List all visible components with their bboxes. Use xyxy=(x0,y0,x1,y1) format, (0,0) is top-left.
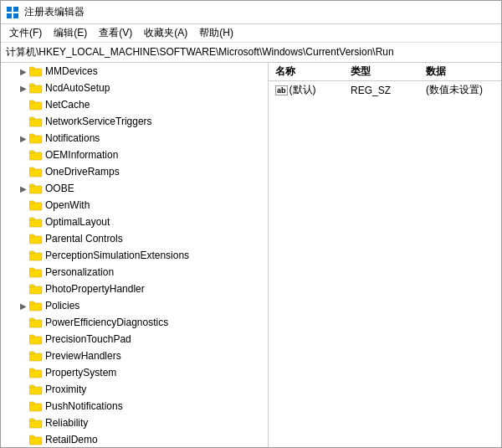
tree-item-perceptionsimulationextensions[interactable]: PerceptionSimulationExtensions xyxy=(1,247,268,264)
registry-editor-window: 注册表编辑器 文件(F) 编辑(E) 查看(V) 收藏夹(A) 帮助(H) 计算… xyxy=(0,0,502,448)
address-label: 计算机\HKEY_LOCAL_MACHINE\SOFTWARE\Microsof… xyxy=(6,45,394,59)
svg-rect-49 xyxy=(29,435,34,438)
folder-icon-personalization xyxy=(29,266,43,278)
folder-icon-propertysystem xyxy=(29,367,43,378)
expand-arrow-oobe[interactable]: ▶ xyxy=(18,183,29,194)
svg-rect-34 xyxy=(29,320,42,327)
columns-header: 名称 类型 数据 xyxy=(269,63,501,81)
registry-tree[interactable]: ▶ MMDevices▶ NcdAutoSetup NetCache Netwo… xyxy=(1,63,269,447)
folder-icon-perceptionsimulationextensions xyxy=(29,250,43,261)
tree-item-precisiontouchpad[interactable]: PrecisionTouchPad xyxy=(1,331,268,348)
folder-icon-pushnotifications xyxy=(29,400,43,412)
tree-item-netcache[interactable]: NetCache xyxy=(1,96,268,113)
tree-item-ncdautosetup[interactable]: ▶ NcdAutoSetup xyxy=(1,80,268,96)
menu-file[interactable]: 文件(F) xyxy=(4,24,47,42)
svg-rect-2 xyxy=(7,13,12,18)
svg-rect-11 xyxy=(29,117,34,120)
expand-arrow-netcache xyxy=(18,99,29,111)
tree-item-label-mmdevices: MMDevices xyxy=(45,65,98,77)
tree-item-oobe[interactable]: ▶ OOBE xyxy=(1,180,268,197)
col-name[interactable]: 名称 xyxy=(272,64,347,79)
title-bar: 注册表编辑器 xyxy=(1,1,501,24)
menu-view[interactable]: 查看(V) xyxy=(94,24,137,42)
folder-icon-previewhandlers xyxy=(29,350,43,362)
folder-icon-powerefficiencydiagnostics xyxy=(29,317,43,328)
svg-rect-1 xyxy=(13,7,18,12)
svg-rect-42 xyxy=(29,387,42,394)
svg-rect-25 xyxy=(29,234,34,237)
tree-item-optimallayout[interactable]: OptimalLayout xyxy=(1,214,268,230)
address-bar: 计算机\HKEY_LOCAL_MACHINE\SOFTWARE\Microsof… xyxy=(1,43,501,63)
svg-rect-16 xyxy=(29,169,42,177)
svg-rect-35 xyxy=(29,318,34,321)
expand-arrow-reliability xyxy=(18,417,29,429)
expand-arrow-precisiontouchpad xyxy=(18,333,29,345)
expand-arrow-mmdevices[interactable]: ▶ xyxy=(18,65,29,77)
menu-favorites[interactable]: 收藏夹(A) xyxy=(139,24,192,42)
tree-item-powerefficiencydiagnostics[interactable]: PowerEfficiencyDiagnostics xyxy=(1,314,268,331)
tree-item-retaildemo[interactable]: RetailDemo xyxy=(1,431,268,447)
svg-rect-43 xyxy=(29,385,34,388)
tree-item-personalization[interactable]: Personalization xyxy=(1,264,268,281)
svg-rect-23 xyxy=(29,218,34,220)
tree-item-label-networkservicetriggers: NetworkServiceTriggers xyxy=(45,116,152,127)
expand-arrow-policies[interactable]: ▶ xyxy=(18,300,29,312)
tree-item-reliability[interactable]: Reliability xyxy=(1,415,268,431)
expand-arrow-openwith xyxy=(18,199,29,211)
svg-rect-20 xyxy=(29,203,42,210)
registry-value-row[interactable]: ab (默认) REG_SZ (数值未设置) xyxy=(269,81,501,99)
tree-item-proximity[interactable]: Proximity xyxy=(1,381,268,398)
tree-item-photopropertyhandler[interactable]: PhotoPropertyHandler xyxy=(1,281,268,297)
folder-icon-openwith xyxy=(29,199,43,211)
menu-edit[interactable]: 编辑(E) xyxy=(49,24,92,42)
tree-item-mmdevices[interactable]: ▶ MMDevices xyxy=(1,63,268,80)
expand-arrow-pushnotifications xyxy=(18,400,29,412)
svg-rect-46 xyxy=(29,420,42,428)
folder-icon-ncdautosetup xyxy=(29,82,43,94)
svg-rect-41 xyxy=(29,368,34,371)
svg-rect-18 xyxy=(29,186,42,193)
expand-arrow-parentalcontrols xyxy=(18,233,29,245)
tree-item-label-optimallayout: OptimalLayout xyxy=(45,216,110,228)
svg-rect-5 xyxy=(29,67,34,70)
expand-arrow-oeminformation xyxy=(18,149,29,161)
tree-item-notifications[interactable]: ▶ Notifications xyxy=(1,130,268,147)
tree-item-oeminformation[interactable]: OEMInformation xyxy=(1,147,268,163)
svg-rect-32 xyxy=(29,303,42,311)
expand-arrow-notifications[interactable]: ▶ xyxy=(18,132,29,144)
svg-rect-36 xyxy=(29,337,42,344)
folder-icon-networkservicetriggers xyxy=(29,116,43,127)
folder-icon-precisiontouchpad xyxy=(29,333,43,345)
folder-icon-proximity xyxy=(29,384,43,395)
tree-item-label-proximity: Proximity xyxy=(45,384,86,395)
col-data[interactable]: 数据 xyxy=(423,64,498,79)
svg-rect-48 xyxy=(29,437,42,445)
tree-item-parentalcontrols[interactable]: Parental Controls xyxy=(1,230,268,247)
svg-rect-22 xyxy=(29,219,42,227)
folder-icon-retaildemo xyxy=(29,434,43,445)
folder-icon-optimallayout xyxy=(29,216,43,228)
svg-rect-31 xyxy=(29,285,34,287)
tree-item-label-powerefficiencydiagnostics: PowerEfficiencyDiagnostics xyxy=(45,317,168,328)
tree-item-label-policies: Policies xyxy=(45,300,79,312)
svg-rect-0 xyxy=(7,7,12,12)
menu-help[interactable]: 帮助(H) xyxy=(194,24,238,42)
folder-icon-policies xyxy=(29,300,43,312)
col-type[interactable]: 类型 xyxy=(347,64,423,79)
tree-item-openwith[interactable]: OpenWith xyxy=(1,197,268,214)
tree-item-previewhandlers[interactable]: PreviewHandlers xyxy=(1,348,268,364)
tree-item-label-openwith: OpenWith xyxy=(45,199,90,211)
expand-arrow-perceptionsimulationextensions xyxy=(18,250,29,261)
tree-item-label-personalization: Personalization xyxy=(45,266,114,278)
tree-item-policies[interactable]: ▶ Policies xyxy=(1,297,268,314)
tree-item-label-pushnotifications: PushNotifications xyxy=(45,400,123,412)
svg-rect-29 xyxy=(29,268,34,270)
expand-arrow-previewhandlers xyxy=(18,350,29,362)
window-icon xyxy=(6,6,19,19)
expand-arrow-personalization xyxy=(18,266,29,278)
tree-item-onedriveramps[interactable]: OneDriveRamps xyxy=(1,163,268,180)
tree-item-pushnotifications[interactable]: PushNotifications xyxy=(1,398,268,415)
tree-item-propertysystem[interactable]: PropertySystem xyxy=(1,364,268,381)
expand-arrow-ncdautosetup[interactable]: ▶ xyxy=(18,82,29,94)
tree-item-networkservicetriggers[interactable]: NetworkServiceTriggers xyxy=(1,113,268,130)
